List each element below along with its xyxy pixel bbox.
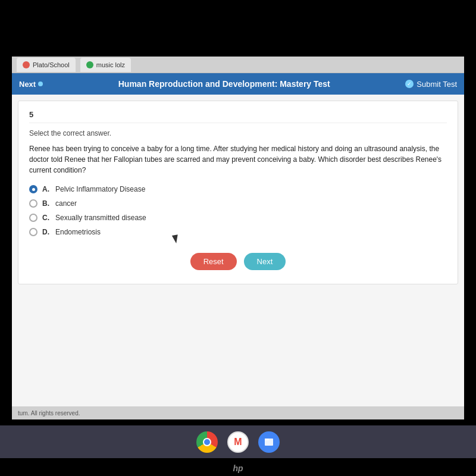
svg-rect-1 xyxy=(265,439,269,440)
nav-dot-icon xyxy=(38,82,43,86)
chrome-icon[interactable] xyxy=(196,431,218,453)
options-list: A. Pelvic Inflammatory Disease B. cancer… xyxy=(29,185,447,236)
gmail-icon[interactable]: M xyxy=(227,431,249,453)
option-c[interactable]: C. Sexually transmitted disease xyxy=(29,214,447,222)
option-d[interactable]: D. Endometriosis xyxy=(29,228,447,236)
option-a-text: Pelvic Inflammatory Disease xyxy=(55,185,145,193)
radio-a[interactable] xyxy=(29,185,37,193)
submit-check-icon: ✓ xyxy=(405,80,414,88)
tab-plato[interactable]: Plato/School xyxy=(17,58,76,72)
question-card: 5 Select the correct answer. Renee has b… xyxy=(18,101,458,284)
nav-next-label: Next xyxy=(19,80,36,89)
option-a-label: A. xyxy=(42,185,49,193)
taskbar: M xyxy=(0,425,476,458)
option-c-label: C. xyxy=(42,214,49,222)
question-text: Renee has been trying to conceive a baby… xyxy=(29,143,447,176)
gmail-letter: M xyxy=(228,431,248,453)
option-d-text: Endometriosis xyxy=(55,228,101,236)
radio-b[interactable] xyxy=(29,199,37,208)
nav-title: Human Reproduction and Development: Mast… xyxy=(43,79,405,89)
files-icon[interactable] xyxy=(258,431,280,453)
files-svg xyxy=(263,436,275,448)
music-tab-icon xyxy=(86,61,93,68)
question-number: 5 xyxy=(29,110,447,123)
plato-tab-icon xyxy=(23,61,30,68)
content-area: 5 Select the correct answer. Renee has b… xyxy=(12,95,464,416)
tab-plato-label: Plato/School xyxy=(33,61,70,68)
footer-bar: tum. All rights reserved. xyxy=(12,406,464,419)
submit-test-button[interactable]: ✓ Submit Test xyxy=(405,80,457,89)
tab-music[interactable]: music lolz xyxy=(80,58,131,72)
option-d-label: D. xyxy=(42,228,49,236)
radio-c[interactable] xyxy=(29,214,37,222)
nav-next-button[interactable]: Next xyxy=(19,80,43,89)
next-button[interactable]: Next xyxy=(244,253,286,270)
reset-button[interactable]: Reset xyxy=(190,253,237,270)
option-b-label: B. xyxy=(42,199,49,208)
tabs-bar: Plato/School music lolz xyxy=(12,57,464,73)
screen: Plato/School music lolz Next Human Repro… xyxy=(12,57,464,416)
option-a[interactable]: A. Pelvic Inflammatory Disease xyxy=(29,185,447,193)
tab-music-label: music lolz xyxy=(96,61,125,68)
footer-text: tum. All rights reserved. xyxy=(18,410,80,416)
option-b[interactable]: B. cancer xyxy=(29,199,447,208)
submit-label: Submit Test xyxy=(416,80,457,89)
button-row: Reset Next xyxy=(29,248,447,275)
radio-d[interactable] xyxy=(29,228,37,236)
hp-logo: hp xyxy=(233,464,243,473)
nav-bar: Next Human Reproduction and Development:… xyxy=(12,73,464,95)
nav-left: Next xyxy=(19,80,43,89)
option-b-text: cancer xyxy=(55,199,77,208)
instruction-text: Select the correct answer. xyxy=(29,129,447,137)
option-c-text: Sexually transmitted disease xyxy=(55,214,146,222)
